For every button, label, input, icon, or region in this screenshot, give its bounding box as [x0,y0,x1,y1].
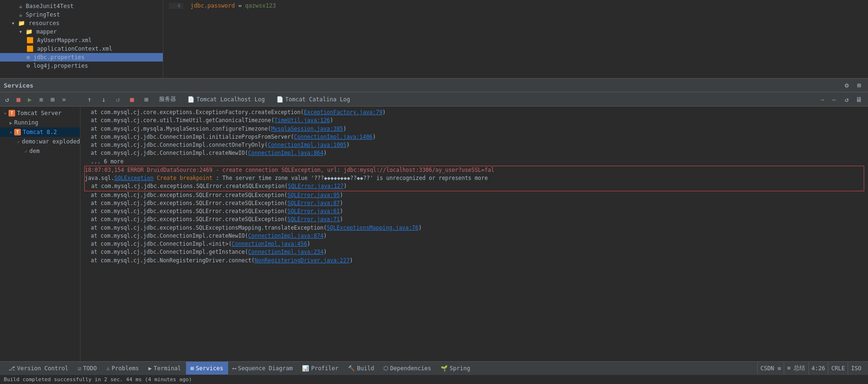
log-line-6: at com.mysql.cj.jdbc.ConnectionImpl.crea… [84,149,864,157]
todo-item[interactable]: ☑ TODO [73,362,101,375]
encoding-label: ISO [848,362,864,375]
server-tab-label: 服务器 [159,95,176,103]
catalina-log-tab[interactable]: 📄 Tomcat Catalina Log [273,95,354,104]
services-header-bar: Services ⚙ ⊞ [0,78,868,92]
link-sqlerror87[interactable]: SQLError.java:87 [287,200,340,206]
demo-war-item[interactable]: ✓ demo:war exploded [0,137,80,146]
tree-item-jdbcprops[interactable]: ⚙ jdbc.properties [0,53,163,62]
tomcat8-icon: T [14,129,21,135]
link-sqlexception[interactable]: SQLException [114,175,153,181]
log-line-5: at com.mysql.cj.jdbc.ConnectionImpl.conn… [84,141,864,149]
log-line-4: at com.mysql.cj.jdbc.ConnectionImpl.init… [84,133,864,141]
localhost-log-tab[interactable]: 📄 Tomcat Localhost Log [184,95,269,104]
refresh-icon[interactable]: ↺ [2,94,12,105]
server-tree: ▾ T Tomcat Server ▶ Running ▾ T Tomcat 8… [0,107,80,361]
log-line-3: at com.mysql.cj.mysqla.MysqlaSession.con… [84,125,864,133]
dem-item[interactable]: ✓ dem [0,146,80,156]
link-nonregistering[interactable]: NonRegisteringDriver.java:227 [255,257,350,264]
version-control-item[interactable]: ⎇ Version Control [4,362,73,375]
link-mysqlasession[interactable]: MysqlaSession.java:385 [271,125,343,132]
check-icon: ✓ [17,139,20,144]
link-exceptionfactory[interactable]: ExceptionFactory.java:79 [304,109,382,116]
link-sqlexceptionsmapping[interactable]: SQLExceptionsMapping.java:76 [327,224,418,231]
tree-item-resources[interactable]: ▾ 📁 resources [0,19,163,27]
error-line-2: java.sql.SQLException Create breakpoint … [85,174,864,182]
terminal-icon: ▶ [149,365,152,372]
link-sqlerror61[interactable]: SQLError.java:61 [287,208,340,214]
left-panel: ↺ ■ ▶ ≡ ⊞ » ▾ T Tomcat Server ▶ Running … [0,92,80,361]
tree-item-ayusermapper[interactable]: 🟧 AyUserMapper.xml [0,36,163,45]
arrow-left-icon[interactable]: ← [829,94,840,105]
services-status-item[interactable]: ⊞ Services [186,362,228,375]
link-connimpl874[interactable]: ConnectionImpl.java:874 [248,232,323,239]
version-control-label: Version Control [17,365,68,372]
settings-icon[interactable]: ⚙ [841,80,852,90]
link-connimpl1406[interactable]: ConnectionImpl.java:1406 [294,134,372,140]
link-sqlerror95[interactable]: SQLError.java:95 [287,192,340,198]
link-sqlerror71[interactable]: SQLError.java:71 [287,216,340,223]
log-area[interactable]: at com.mysql.cj.core.exceptions.Exceptio… [80,107,868,361]
tree-item-basejunit4test[interactable]: ☕ BaseJunit4Test [0,2,163,10]
console-actions: → ← ↺ 🖥 [817,94,864,105]
spring-label: Spring [450,365,470,372]
problems-item[interactable]: ⚠ Problems [102,362,144,375]
build-label: Build [357,365,374,372]
link-connimpl864[interactable]: ConnectionImpl.java:864 [248,150,323,156]
terminal-item[interactable]: ▶ Terminal [144,362,186,375]
code-line-4: 4 jdbc.password = qazwsx123 [169,2,862,9]
console-stop-icon[interactable]: ■ [127,94,137,105]
stop-icon[interactable]: ■ [13,94,24,105]
terminal-label: Terminal [154,365,181,372]
list-icon[interactable]: ≡ [36,94,46,105]
console-up-icon[interactable]: ↑ [84,94,95,105]
debug-icon[interactable]: ▶ [25,94,35,105]
console-debug-icon[interactable]: ⊞ [141,94,151,105]
services-status-icon: ⊞ [191,365,194,372]
log-line-15: at com.mysql.cj.jdbc.ConnectionImpl.getI… [84,248,864,256]
log-icon1: 📄 [187,96,195,103]
csdn-label: CSDN ≡ [757,362,784,375]
catalina-log-label: Tomcat Catalina Log [285,96,350,103]
server-tab[interactable]: 服务器 [155,94,180,105]
tree-item-mapper[interactable]: ▾ 📁 mapper [0,27,163,36]
code-value: qazwsx123 [245,2,276,9]
tree-item-log4j[interactable]: ⚙ log4j.properties [0,62,163,70]
problems-label: Problems [112,365,139,372]
code-equals: = [238,2,245,9]
screen-icon[interactable]: 🖥 [854,94,864,105]
right-panel: ↑ ↓ ↺ ■ ⊞ 服务器 📄 Tomcat Localhost Log 📄 T… [80,92,868,361]
link-sqlerror127[interactable]: SQLError.java:127 [288,183,344,189]
profiler-item[interactable]: 📊 Profiler [297,362,343,375]
link-connimpl456[interactable]: ConnectionImpl.java:456 [232,241,307,247]
tomcat8-item[interactable]: ▾ T Tomcat 8.2 [0,127,80,137]
line-number: 4 [169,3,183,9]
log-icon2: 📄 [276,96,283,103]
code-keyword: jdbc.password [190,2,235,9]
spring-item[interactable]: 🌱 Spring [436,362,475,375]
link-connimpl234[interactable]: ConnectionImpl.java:234 [248,249,323,255]
console-refresh-icon[interactable]: ↺ [113,94,123,105]
more-icon[interactable]: » [59,94,69,105]
error-line-3: at com.mysql.cj.jdbc.exceptions.SQLError… [85,182,864,190]
tree-item-springtest[interactable]: ☕ SpringTest [0,10,163,19]
arrow-right-icon[interactable]: → [817,94,827,105]
problems-icon: ⚠ [106,365,110,372]
tree-item-appcontext[interactable]: 🟧 applicationContext.xml [0,45,163,53]
build-item[interactable]: 🔨 Build [343,362,379,375]
todo-icon: ☑ [78,365,81,372]
expand-icon[interactable]: ⊞ [854,80,864,90]
log-line-7: ... 6 more [84,158,864,166]
dependencies-item[interactable]: ⬡ Dependencies [379,362,436,375]
tomcat-server-item[interactable]: ▾ T Tomcat Server [0,108,80,118]
tomcat-server-label: Tomcat Server [17,110,62,116]
sequence-diagram-item[interactable]: ⟷ Sequence Diagram [228,362,298,375]
console-down-icon[interactable]: ↓ [98,94,109,105]
running-item[interactable]: ▶ Running [0,118,80,127]
loop-icon[interactable]: ↺ [841,94,852,105]
expand-tree-icon[interactable]: ⊞ [47,94,58,105]
link-timeutil[interactable]: TimeUtil.java:126 [275,117,330,124]
log-line-9: at com.mysql.cj.jdbc.exceptions.SQLError… [84,199,864,207]
log-line-8: at com.mysql.cj.jdbc.exceptions.SQLError… [84,191,864,199]
link-connimpl1005[interactable]: ConnectionImpl.java:1005 [268,142,346,148]
status-right: CSDN ≡ ≡ 总结 4:26 CRLE ISO [757,362,864,375]
